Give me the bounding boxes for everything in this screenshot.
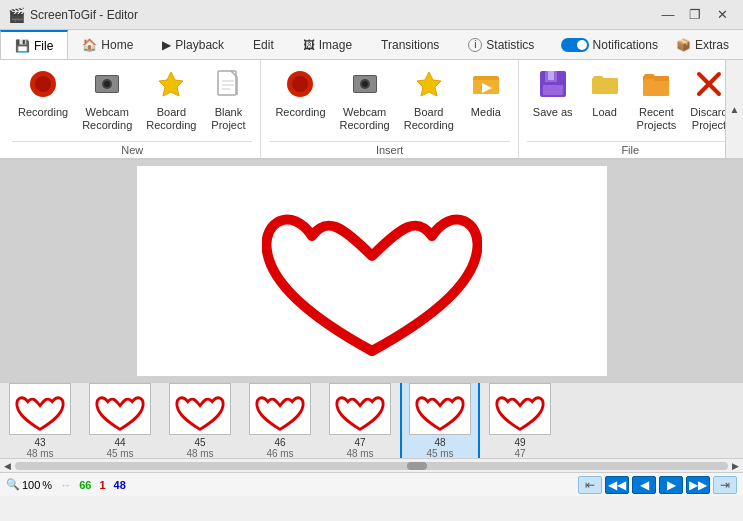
zoom-control: 🔍 100 %	[6, 478, 52, 491]
frame-count-blue: 48	[114, 479, 126, 491]
frame-ms: 47	[514, 448, 525, 459]
frame-number: 45	[194, 437, 205, 448]
film-frame-48-selected[interactable]: 48 45 ms	[400, 383, 480, 458]
tab-edit[interactable]: Edit	[239, 30, 289, 59]
menubar: 💾 File 🏠 Home ▶ Playback Edit 🖼 Image Tr…	[0, 30, 743, 60]
film-frame-44[interactable]: 44 45 ms	[80, 383, 160, 458]
ribbon-group-file: Save as Load RecentProjects DiscardProje…	[519, 60, 742, 158]
nav-prev-fast-button[interactable]: ◀◀	[605, 476, 629, 494]
frame-thumb	[409, 383, 471, 435]
film-frame-47[interactable]: 47 48 ms	[320, 383, 400, 458]
file-group-label: File	[527, 141, 734, 158]
nav-next-fast-button[interactable]: ▶▶	[686, 476, 710, 494]
board-recording-label: BoardRecording	[146, 106, 196, 132]
scroll-left-button[interactable]: ◀	[2, 461, 13, 471]
blank-project-button[interactable]: BlankProject	[204, 64, 252, 136]
scroll-right-button[interactable]: ▶	[730, 461, 741, 471]
frame-thumb	[489, 383, 551, 435]
insert-webcam-label: WebcamRecording	[340, 106, 390, 132]
playback-tab-icon: ▶	[162, 38, 171, 52]
board-recording-button[interactable]: BoardRecording	[140, 64, 202, 136]
close-button[interactable]: ✕	[709, 5, 735, 25]
frame-thumb	[89, 383, 151, 435]
extras-menu[interactable]: 📦 Extras	[668, 36, 737, 54]
film-frame-49[interactable]: 49 47	[480, 383, 560, 458]
ribbon-collapse-button[interactable]: ▲	[725, 60, 743, 158]
extras-icon: 📦	[676, 38, 691, 52]
tab-transitions[interactable]: Transitions	[367, 30, 454, 59]
insert-recording-label: Recording	[275, 106, 325, 119]
discard-project-label: DiscardProject	[690, 106, 727, 132]
recent-projects-button[interactable]: RecentProjects	[631, 64, 683, 136]
film-frame-45[interactable]: 45 48 ms	[160, 383, 240, 458]
insert-board-button[interactable]: BoardRecording	[398, 64, 460, 136]
nav-prev-button[interactable]: ◀	[632, 476, 656, 494]
nav-first-button[interactable]: ⇤	[578, 476, 602, 494]
titlebar-title: ScreenToGif - Editor	[30, 8, 138, 22]
titlebar: 🎬 ScreenToGif - Editor — ❐ ✕	[0, 0, 743, 30]
extras-label: Extras	[695, 38, 729, 52]
tab-file[interactable]: 💾 File	[0, 30, 68, 59]
recent-projects-icon	[640, 68, 672, 104]
notifications-toggle[interactable]: Notifications	[553, 36, 666, 54]
ribbon-group-insert: Recording WebcamRecording BoardRecording…	[261, 60, 518, 158]
transitions-tab-label: Transitions	[381, 38, 439, 52]
svg-point-16	[362, 81, 368, 87]
frame-number: 43	[34, 437, 45, 448]
home-tab-icon: 🏠	[82, 38, 97, 52]
nav-next-button[interactable]: ▶	[659, 476, 683, 494]
board-icon	[155, 68, 187, 104]
webcam-recording-button[interactable]: WebcamRecording	[76, 64, 138, 136]
frame-count-red: 1	[99, 479, 105, 491]
zoom-icon: 🔍	[6, 478, 20, 491]
nav-buttons: ⇤ ◀◀ ◀ ▶ ▶▶ ⇥	[578, 476, 737, 494]
toggle-switch[interactable]	[561, 38, 589, 52]
svg-point-12	[292, 76, 308, 92]
load-icon	[589, 68, 621, 104]
svg-rect-24	[543, 85, 563, 95]
frame-thumb	[9, 383, 71, 435]
zoom-percent: %	[42, 479, 52, 491]
insert-recording-button[interactable]: Recording	[269, 64, 331, 123]
home-tab-label: Home	[101, 38, 133, 52]
media-icon	[470, 68, 502, 104]
frame-thumb	[169, 383, 231, 435]
blank-project-icon	[212, 68, 244, 104]
save-as-button[interactable]: Save as	[527, 64, 579, 123]
filmstrip-scroll[interactable]: 43 48 ms 44 45 ms 45 48 ms	[0, 383, 743, 458]
frame-thumb	[249, 383, 311, 435]
canvas-content	[137, 166, 607, 376]
edit-tab-label: Edit	[253, 38, 274, 52]
ribbon-file-items: Save as Load RecentProjects DiscardProje…	[527, 64, 734, 141]
tab-statistics[interactable]: i Statistics	[454, 30, 549, 59]
media-button[interactable]: Media	[462, 64, 510, 123]
minimize-button[interactable]: —	[655, 5, 681, 25]
tab-home[interactable]: 🏠 Home	[68, 30, 148, 59]
tab-playback[interactable]: ▶ Playback	[148, 30, 239, 59]
recording-button[interactable]: Recording	[12, 64, 74, 123]
blank-project-label: BlankProject	[211, 106, 245, 132]
frame-thumb	[329, 383, 391, 435]
mini-heart-svg	[175, 387, 225, 431]
ribbon: Recording WebcamRecording BoardRecording…	[0, 60, 743, 160]
filmstrip-area: 43 48 ms 44 45 ms 45 48 ms	[0, 382, 743, 472]
maximize-button[interactable]: ❐	[682, 5, 708, 25]
file-tab-label: File	[34, 39, 53, 53]
insert-webcam-button[interactable]: WebcamRecording	[334, 64, 396, 136]
recording-label: Recording	[18, 106, 68, 119]
statistics-tab-icon: i	[468, 38, 482, 52]
svg-rect-7	[218, 71, 236, 95]
frame-ms: 48 ms	[346, 448, 373, 459]
mini-heart-svg	[255, 387, 305, 431]
tab-image[interactable]: 🖼 Image	[289, 30, 367, 59]
save-as-icon	[537, 68, 569, 104]
zoom-value: 100	[22, 479, 40, 491]
film-frame-43[interactable]: 43 48 ms	[0, 383, 80, 458]
mini-heart-svg	[495, 387, 545, 431]
scrollbar-track[interactable]	[15, 462, 728, 470]
scrollbar-thumb[interactable]	[407, 462, 427, 470]
film-frame-46[interactable]: 46 46 ms	[240, 383, 320, 458]
nav-last-button[interactable]: ⇥	[713, 476, 737, 494]
frame-count-green: 66	[79, 479, 91, 491]
load-button[interactable]: Load	[581, 64, 629, 123]
